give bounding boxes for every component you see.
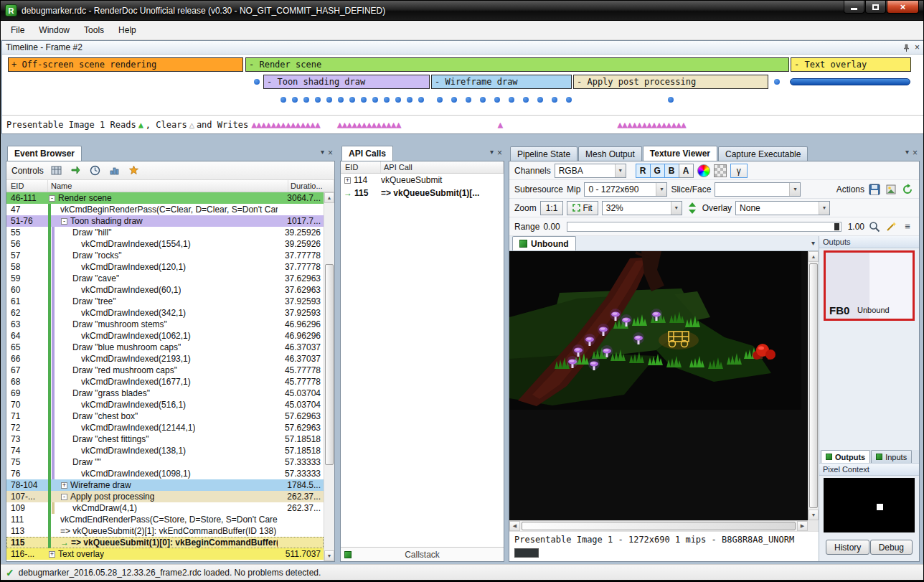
draw-event-dot[interactable] [338, 97, 344, 103]
channel-a-button[interactable]: A [679, 164, 694, 178]
tab-api-calls[interactable]: API Calls [341, 146, 393, 161]
event-row[interactable]: 78-104+Wireframe draw1784.5... [6, 479, 324, 491]
event-row[interactable]: 58vkCmdDrawIndexed(120,1)37.77778 [6, 261, 324, 273]
viewport-vertical-scrollbar[interactable]: ▲ ▼ [808, 251, 819, 520]
event-row[interactable]: 72vkCmdDrawIndexed(12144,1)57.62963 [6, 422, 324, 433]
event-row[interactable]: 60vkCmdDrawIndexed(60,1)37.62963 [6, 284, 324, 296]
color-wheel-icon[interactable] [697, 164, 710, 177]
event-row[interactable]: 113=> vkQueueSubmit(2)[1]: vkEndCommandB… [6, 525, 324, 537]
event-row[interactable]: 65Draw "blue mushroom caps"46.37037 [6, 342, 324, 353]
draw-events-capsule[interactable] [790, 78, 910, 85]
fit-button[interactable]: Fit [567, 201, 598, 215]
range-slider[interactable] [567, 222, 842, 232]
save-icon[interactable] [868, 183, 881, 196]
api-call-row[interactable]: →115=> vkQueueSubmit(1)[... [341, 187, 504, 200]
column-duration[interactable]: Duratio... [288, 180, 334, 192]
pin-icon[interactable] [902, 44, 910, 52]
timeline-marker-bar[interactable]: - Wireframe draw [431, 75, 572, 89]
column-eid[interactable]: EID [6, 180, 48, 192]
event-row[interactable]: 70vkCmdDrawIndexed(516,1)45.03704 [6, 399, 324, 410]
expand-icon[interactable]: + [61, 482, 67, 489]
draw-event-dot[interactable] [372, 97, 378, 103]
zoom-combo[interactable]: 32% ▾ [602, 201, 682, 215]
draw-event-dot[interactable] [254, 79, 260, 85]
collapse-icon[interactable]: - [49, 195, 55, 202]
event-row[interactable]: 69Draw "grass blades"45.03704 [6, 388, 324, 399]
draw-event-dot[interactable] [480, 97, 486, 103]
tab-pipeline-state[interactable]: Pipeline State [510, 146, 578, 161]
magnifier-icon[interactable] [868, 220, 881, 233]
event-row[interactable]: 55Draw "hill"39.25926 [6, 227, 324, 238]
menu-window[interactable]: Window [32, 22, 77, 39]
event-row[interactable]: 109vkCmdDraw(4,1)262.37... [6, 502, 324, 514]
column-api-call[interactable]: API Call [381, 161, 504, 173]
api-call-row[interactable]: +114vkQueueSubmit [341, 174, 504, 187]
tab-outputs[interactable]: Outputs [821, 450, 870, 463]
collapse-icon[interactable]: - [61, 494, 67, 500]
range-slider-thumb[interactable] [834, 223, 839, 230]
scroll-down-icon[interactable]: ▼ [324, 550, 334, 561]
texture-image[interactable] [509, 251, 801, 410]
event-row[interactable]: 71Draw "chest box"57.62963 [6, 410, 324, 422]
dock-dropdown-icon[interactable]: ▾ [905, 148, 909, 158]
columns-icon[interactable] [50, 164, 63, 177]
event-row[interactable]: 46-111-Render scene3064.7... [6, 192, 324, 204]
close-button[interactable]: × [887, 1, 919, 14]
toolbar-overflow-icon[interactable]: ≡ [901, 220, 914, 233]
event-row[interactable]: 75Draw ""57.33333 [6, 456, 324, 468]
draw-event-dot[interactable] [509, 97, 514, 103]
menu-file[interactable]: File [4, 22, 32, 39]
event-row[interactable]: 111vkCmdEndRenderPass(C=Store, D=Store, … [6, 514, 324, 525]
scroll-left-icon[interactable]: ◀ [509, 521, 520, 531]
timeline-marker-bar[interactable]: - Render scene [245, 57, 789, 72]
bookmark-icon[interactable] [128, 164, 141, 177]
draw-event-dot[interactable] [361, 97, 367, 103]
chart-icon[interactable] [108, 164, 121, 177]
event-row[interactable]: 61Draw "tree"37.92593 [6, 296, 324, 307]
timeline-marker-bar[interactable]: - Apply post processing [573, 75, 768, 89]
history-button[interactable]: History [826, 540, 869, 555]
event-row[interactable]: 51-76-Toon shading draw1017.7... [6, 215, 324, 227]
dock-close-icon[interactable]: × [328, 148, 333, 158]
draw-event-dot[interactable] [552, 97, 557, 103]
draw-event-dot[interactable] [418, 97, 424, 103]
event-row[interactable]: 73Draw "chest fittings"57.18518 [6, 433, 324, 445]
scroll-thumb[interactable] [809, 263, 818, 508]
tab-capture-executable[interactable]: Capture Executable [718, 146, 808, 161]
tab-texture-viewer[interactable]: Texture Viewer [643, 146, 717, 161]
draw-event-dot[interactable] [451, 97, 457, 103]
draw-event-dot[interactable] [466, 97, 471, 103]
event-row[interactable]: 66vkCmdDrawIndexed(2193,1)46.37037 [6, 353, 324, 365]
timeline-track[interactable]: + Off-screen scene rendering- Render sce… [2, 55, 923, 115]
draw-event-dot[interactable] [315, 97, 321, 103]
event-row[interactable]: 76vkCmdDrawIndexed(1098,1)57.33333 [6, 468, 324, 479]
timeline-marker-bar[interactable]: - Toon shading draw [263, 75, 430, 89]
range-min-value[interactable]: 0.00 [543, 222, 560, 232]
draw-event-dot[interactable] [407, 97, 412, 103]
draw-event-dot[interactable] [280, 97, 286, 103]
goto-icon[interactable] [70, 164, 82, 177]
event-row[interactable]: 116-...+Text overlay511.7037 [6, 548, 324, 560]
event-browser-scrollbar[interactable]: ▲ ▼ [324, 192, 334, 561]
draw-event-dot[interactable] [326, 97, 332, 103]
dock-close-icon[interactable]: × [497, 148, 502, 158]
viewport-horizontal-scrollbar[interactable]: ◀ ▶ [509, 520, 808, 531]
event-row[interactable]: 64vkCmdDrawIndexed(1062,1)46.96296 [6, 330, 324, 342]
wand-icon[interactable] [885, 220, 897, 233]
draw-event-dot[interactable] [537, 97, 543, 103]
fb0-thumbnail[interactable]: FB0 Unbound [824, 250, 915, 321]
flip-y-icon[interactable] [686, 202, 699, 215]
event-row[interactable]: 115→=> vkQueueSubmit(1)[0]: vkBeginComma… [6, 537, 324, 548]
draw-event-dot[interactable] [566, 97, 572, 103]
event-row[interactable]: 68vkCmdDrawIndexed(1677,1)45.77778 [6, 376, 324, 388]
channel-b-button[interactable]: B [664, 164, 679, 178]
event-row[interactable]: 59Draw "cave"37.62963 [6, 273, 324, 284]
dock-close-icon[interactable]: × [913, 148, 918, 158]
draw-event-dot[interactable] [668, 97, 674, 103]
draw-event-dot[interactable] [774, 79, 780, 85]
texture-viewport[interactable]: ▲ ▼ ◀ ▶ [509, 251, 819, 531]
dock-dropdown-icon[interactable]: ▾ [321, 148, 324, 158]
dock-dropdown-icon[interactable]: ▾ [490, 148, 494, 158]
timeline-marker-bar[interactable]: - Text overlay [791, 57, 911, 72]
maximize-button[interactable] [865, 1, 886, 14]
